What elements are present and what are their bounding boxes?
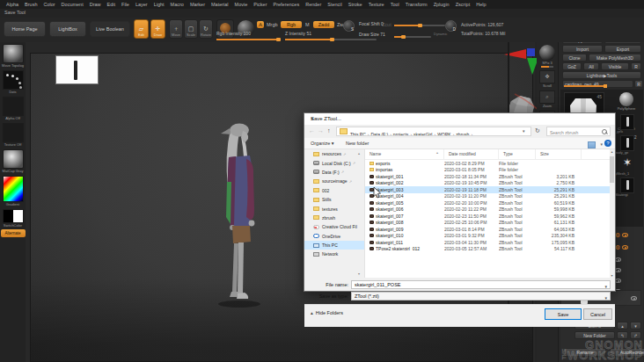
zadd-button[interactable]: Zadd [313,21,334,28]
menu-item[interactable]: Alpha [4,2,21,7]
chevron-down-icon[interactable]: ▾ [604,294,607,302]
lightbox-tools-button[interactable]: Lightbox▶Tools [562,71,641,79]
make-polymesh3d-button[interactable]: Make PolyMesh3D [589,54,641,62]
move-button[interactable]: ＋ Move [169,19,183,39]
rgb-intensity-slider[interactable] [216,39,280,40]
file-row[interactable]: skatergirl_009 2020-03-01 8:14 PM ZBrush… [365,226,611,233]
tool-r-button[interactable]: R [634,80,643,88]
sort-ascending-icon[interactable]: ▴ [436,150,438,155]
file-row[interactable]: skatergirl_011 2020-03-04 11:30 PM ZBrus… [365,239,611,246]
organize-button[interactable]: Organize ▾ [311,141,334,146]
menu-item[interactable]: Brush [22,2,40,7]
scale-button[interactable]: ▢ Scale [184,19,198,39]
chevron-down-icon[interactable]: ▾ [604,283,607,291]
file-row[interactable]: skatergirl_004 2020-02-19 11:20 PM ZBrus… [365,193,611,200]
menu-item[interactable]: Material [209,2,231,7]
draw-size-label[interactable]: Draw Size 71 [359,32,385,37]
nav-item[interactable]: sourceimage [304,177,364,185]
menu-item[interactable]: Stencil [325,2,345,7]
nav-item[interactable]: textures [304,204,364,213]
goz-r-button[interactable]: R [631,62,641,70]
subtool-down-button[interactable]: ▾ [630,322,641,329]
nav-item[interactable]: 002 [304,186,364,195]
column-date[interactable]: Date modified [444,149,499,159]
help-icon[interactable]: ? [604,140,611,147]
view-mode-icon[interactable] [588,141,596,148]
spix-slider[interactable] [541,66,553,68]
menu-item[interactable]: Texture [366,2,387,7]
breadcrumb-item[interactable]: Data (F:) [370,132,392,137]
edit-button[interactable]: ▱ Edit [134,19,149,39]
column-size[interactable]: Size [536,149,582,159]
polysphere-thumbnail[interactable] [619,92,633,106]
subtool-row[interactable] [615,262,643,272]
menu-item[interactable]: Movie [232,2,251,7]
export-button[interactable]: Export [604,45,641,53]
spix-label[interactable]: SPix 3 [537,61,558,65]
clone-button[interactable]: Clone [562,54,587,62]
breadcrumb-item[interactable]: projects [393,132,413,137]
new-folder-button[interactable]: New folder [346,141,369,146]
file-row[interactable]: skatergirl_007 2020-02-23 11:50 PM ZBrus… [365,213,611,220]
search-input[interactable]: Search zbrush [546,127,611,136]
breadcrumb-item[interactable]: WORK [437,132,456,137]
menu-item[interactable]: Draw [87,2,104,7]
rotate-button[interactable]: ↻ Rotate [199,19,213,39]
menu-item[interactable]: Macro [168,2,187,7]
goz-button[interactable]: GoZ [562,62,582,70]
file-row[interactable]: importas 2020-03-01 8:05 PM File folder [365,167,611,174]
tool-strip-thumb-skatergirl[interactable] [620,177,634,193]
rgb-intensity-slider-label[interactable]: Rgb Intensity 100 [216,31,251,36]
menu-item[interactable]: Marker [187,2,208,7]
breadcrumb-item[interactable]: zbrush [456,132,474,137]
address-dropdown-icon[interactable]: ▾ [523,128,525,134]
draw-size-dial[interactable]: D [445,20,457,32]
view-dropdown-icon[interactable]: ▾ [600,141,603,147]
tray-material-sphere[interactable] [539,45,555,61]
focal-shift-slider[interactable] [394,25,445,26]
z-intensity-slider[interactable] [285,39,377,40]
file-row[interactable]: skatergirl_008 2020-02-25 10:06 PM ZBrus… [365,220,611,227]
alpha-selector[interactable]: Alpha Off [0,97,26,121]
forward-icon[interactable]: → [318,127,324,134]
scroll-tool-icon[interactable]: ✥ [539,70,555,83]
subtool-row[interactable]: ⚙ [615,227,643,236]
file-name-input[interactable]: skatergirl_011_POSE ▾ [351,280,611,289]
column-name[interactable]: Name [365,149,444,159]
m-button[interactable]: M [305,22,310,27]
lightbox-button[interactable]: LightBox [49,21,86,37]
breadcrumb-item[interactable]: This PC [350,132,370,137]
sculpt-character-model[interactable] [215,120,264,310]
back-icon[interactable]: ← [309,127,315,134]
nav-item[interactable]: Stills [304,195,364,204]
breadcrumb[interactable]: This PCData (F:)projectsskaterGirlWORKzb… [336,127,531,136]
stroke-selector[interactable]: Dots [0,70,26,95]
breadcrumb-item[interactable]: skaterGirl [413,132,437,137]
z-intensity-slider-label[interactable]: Z Intensity 51 [285,31,311,36]
zoom-tool-icon[interactable]: ⌕ [539,90,555,104]
menu-item[interactable]: Color [40,2,57,7]
focal-shift-dial[interactable]: S [343,20,355,32]
tool-strip-thumb-body[interactable] [620,135,634,151]
nav-scroll-up-icon[interactable]: ▴ [358,151,360,156]
menu-item[interactable]: Light [151,2,167,7]
menu-item[interactable]: Edit [105,2,118,7]
refresh-address-icon[interactable]: ↻ [535,127,540,134]
menu-item[interactable]: Zplugin [431,2,452,7]
file-row[interactable]: exports 2020-03-02 8:29 PM File folder [365,160,611,167]
nav-item[interactable]: OneDrive [304,232,364,241]
focal-shift-label[interactable]: Focal Shift 0 [359,21,384,26]
brush-selector[interactable]: Move Topolog [0,44,26,69]
tool-strip-thumb-polymesh-star[interactable]: ✶ [620,156,634,170]
file-row[interactable]: skatergirl_006 2020-02-20 11:22 PM ZBrus… [365,206,611,214]
subtool-row[interactable]: ⚙ [615,239,643,249]
nav-scroll-down-icon[interactable]: ▾ [358,272,360,276]
subtool-up-button[interactable]: ▴ [617,322,628,329]
menu-item[interactable]: File [119,2,132,7]
goz-visible-button[interactable]: Visible [601,62,629,70]
nav-item[interactable]: This PC [304,241,364,250]
material-selector[interactable]: MatCap Gray [0,149,26,174]
subtool-row[interactable] [615,272,643,282]
nav-item[interactable]: resources [304,149,364,158]
file-row[interactable]: skatergirl_001 2020-02-18 11:34 PM ZBrus… [365,173,611,180]
